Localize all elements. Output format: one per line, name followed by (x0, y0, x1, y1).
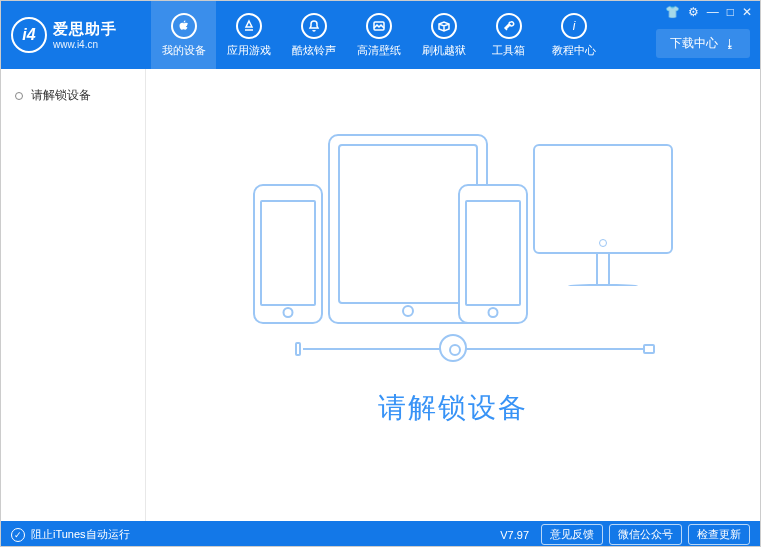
nav-label: 刷机越狱 (422, 43, 466, 58)
sidebar-item-unlock[interactable]: 请解锁设备 (1, 83, 145, 108)
nav-tutorials[interactable]: i 教程中心 (541, 1, 606, 69)
footer: 阻止iTunes自动运行 V7.97 意见反馈 微信公众号 检查更新 (1, 521, 760, 547)
nav-label: 应用游戏 (227, 43, 271, 58)
window-controls: 👕 ⚙ — □ ✕ (665, 5, 752, 19)
block-itunes-toggle[interactable]: 阻止iTunes自动运行 (11, 527, 130, 542)
update-button[interactable]: 检查更新 (688, 524, 750, 545)
header: i4 爱思助手 www.i4.cn 我的设备 应用游戏 酷炫铃声 高清壁纸 刷机… (1, 1, 760, 69)
nav-jailbreak[interactable]: 刷机越狱 (411, 1, 476, 69)
wechat-button[interactable]: 微信公众号 (609, 524, 682, 545)
logo[interactable]: i4 爱思助手 www.i4.cn (1, 1, 151, 69)
nav: 我的设备 应用游戏 酷炫铃声 高清壁纸 刷机越狱 工具箱 i 教程中心 (151, 1, 606, 69)
app-name: 爱思助手 (53, 20, 117, 39)
feedback-button[interactable]: 意见反馈 (541, 524, 603, 545)
nav-tools[interactable]: 工具箱 (476, 1, 541, 69)
close-icon[interactable]: ✕ (742, 5, 752, 19)
app-url: www.i4.cn (53, 39, 117, 50)
nav-ringtones[interactable]: 酷炫铃声 (281, 1, 346, 69)
appstore-icon (236, 13, 262, 39)
nav-label: 工具箱 (492, 43, 525, 58)
nav-apps[interactable]: 应用游戏 (216, 1, 281, 69)
bell-icon (301, 13, 327, 39)
device-illustration (233, 124, 673, 344)
box-icon (431, 13, 457, 39)
block-itunes-label: 阻止iTunes自动运行 (31, 527, 130, 542)
download-center-button[interactable]: 下载中心 ⭳ (656, 29, 750, 58)
nav-label: 酷炫铃声 (292, 43, 336, 58)
wrench-icon (496, 13, 522, 39)
version-label: V7.97 (500, 529, 529, 541)
apple-icon (171, 13, 197, 39)
phone-icon (458, 184, 528, 324)
sidebar-item-label: 请解锁设备 (31, 87, 91, 104)
main-message: 请解锁设备 (378, 389, 528, 427)
download-icon: ⭳ (724, 37, 736, 51)
image-icon (366, 13, 392, 39)
minimize-icon[interactable]: — (707, 5, 719, 19)
nav-label: 我的设备 (162, 43, 206, 58)
info-icon: i (561, 13, 587, 39)
nav-my-device[interactable]: 我的设备 (151, 1, 216, 69)
logo-icon: i4 (11, 17, 47, 53)
maximize-icon[interactable]: □ (727, 5, 734, 19)
monitor-icon (533, 144, 673, 314)
main-content: 请解锁设备 (146, 69, 760, 521)
cable-icon (233, 334, 673, 364)
nav-label: 高清壁纸 (357, 43, 401, 58)
nav-wallpapers[interactable]: 高清壁纸 (346, 1, 411, 69)
sidebar: 请解锁设备 (1, 69, 146, 521)
settings-icon[interactable]: ⚙ (688, 5, 699, 19)
download-label: 下载中心 (670, 35, 718, 52)
phone-icon (253, 184, 323, 324)
nav-label: 教程中心 (552, 43, 596, 58)
body: 请解锁设备 请解锁设备 (1, 69, 760, 521)
svg-text:i: i (572, 19, 575, 33)
shirt-icon[interactable]: 👕 (665, 5, 680, 19)
